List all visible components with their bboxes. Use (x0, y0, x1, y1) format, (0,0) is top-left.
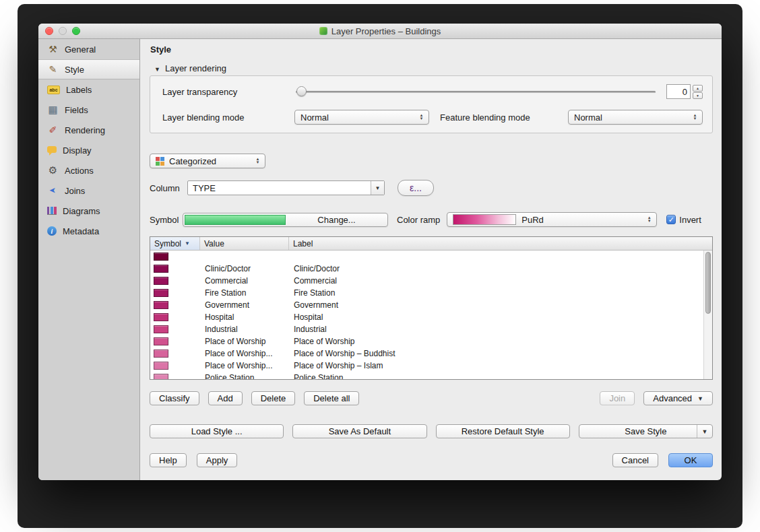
spin-down-icon[interactable]: ▼ (693, 92, 703, 99)
sidebar-item-general[interactable]: General (38, 39, 139, 59)
layer-properties-window: Layer Properties – Buildings General Sty… (38, 24, 722, 480)
table-row[interactable]: Industrial Industrial (150, 323, 703, 335)
sidebar-item-fields[interactable]: Fields (38, 100, 139, 120)
sort-indicator-icon: ▼ (185, 240, 190, 246)
renderer-row: Categorized ▲▼ (150, 154, 713, 168)
column-header-symbol[interactable]: Symbol ▼ (150, 237, 200, 250)
delete-all-button[interactable]: Delete all (304, 391, 359, 405)
invert-checkbox[interactable] (666, 215, 676, 224)
column-combobox[interactable]: TYPE ▼ (187, 180, 385, 195)
load-style-button[interactable]: Load Style ... (150, 424, 284, 438)
category-swatch[interactable] (154, 301, 168, 309)
dialog-footer: Help Apply Cancel OK (150, 453, 713, 467)
category-value: Place of Worship... (200, 361, 289, 370)
category-swatch[interactable] (154, 374, 168, 379)
table-row[interactable]: Place of Worship... Place of Worship – B… (150, 347, 703, 360)
zoom-button[interactable] (72, 27, 80, 35)
titlebar[interactable]: Layer Properties – Buildings (38, 24, 722, 39)
style-panel: Style Layer rendering Layer transparency… (140, 39, 722, 480)
category-value: Place of Worship (200, 337, 289, 346)
page-title: Style (150, 44, 713, 55)
speech-bubble-icon (47, 146, 57, 153)
abc-icon (47, 86, 60, 94)
color-ramp-popup[interactable]: PuRd ▲▼ (447, 212, 657, 227)
table-row[interactable]: Hospital Hospital (150, 311, 703, 323)
save-as-default-button[interactable]: Save As Default (292, 424, 426, 438)
ok-button[interactable]: OK (668, 453, 713, 467)
restore-default-style-button[interactable]: Restore Default Style (436, 424, 570, 438)
transparency-value[interactable]: 0 (666, 84, 691, 99)
layer-rendering-collapse[interactable]: Layer rendering (154, 63, 713, 73)
sidebar-item-style[interactable]: Style (38, 59, 139, 79)
disclosure-triangle-icon[interactable] (154, 63, 160, 73)
close-button[interactable] (45, 27, 53, 35)
category-swatch[interactable] (154, 325, 168, 333)
classify-button[interactable]: Classify (150, 391, 199, 405)
column-header-value[interactable]: Value (200, 237, 289, 250)
sidebar-item-labels[interactable]: Labels (38, 79, 139, 100)
spin-up-icon[interactable]: ▲ (693, 85, 703, 92)
category-value: Police Station (200, 373, 289, 379)
column-label: Column (150, 183, 187, 193)
sidebar-item-actions[interactable]: Actions (38, 160, 139, 180)
layer-blending-popup[interactable]: Normal ▲▼ (294, 110, 429, 125)
transparency-spinbox: 0 ▲ ▼ (666, 84, 703, 99)
sidebar-item-joins[interactable]: Joins (38, 180, 139, 201)
change-button-label: Change... (286, 215, 387, 225)
table-row[interactable]: Place of Worship... Place of Worship – I… (150, 360, 703, 372)
table-row[interactable]: Place of Worship Place of Worship (150, 335, 703, 347)
table-row[interactable]: Clinic/Doctor Clinic/Doctor (150, 263, 703, 275)
category-swatch[interactable] (154, 265, 168, 273)
combo-arrow-icon[interactable]: ▼ (371, 181, 384, 195)
column-value: TYPE (188, 183, 371, 193)
column-header-label[interactable]: Label (289, 237, 712, 250)
table-row[interactable]: Commercial Commercial (150, 275, 703, 287)
category-swatch[interactable] (154, 289, 168, 297)
renderer-type-popup[interactable]: Categorized ▲▼ (150, 154, 265, 168)
sidebar-item-metadata[interactable]: Metadata (38, 221, 139, 241)
table-row[interactable]: Fire Station Fire Station (150, 287, 703, 299)
category-label: Place of Worship – Islam (289, 361, 703, 370)
layer-rendering-groupbox: Layer transparency 0 ▲ ▼ Layer blend (150, 75, 713, 133)
feature-blending-value: Normal (574, 112, 602, 123)
add-button[interactable]: Add (208, 391, 243, 405)
category-value: Hospital (200, 312, 289, 322)
category-swatch[interactable] (154, 313, 168, 321)
symbol-change-button[interactable]: Change... (183, 213, 388, 227)
table-row[interactable] (150, 251, 703, 263)
category-swatch[interactable] (154, 253, 168, 261)
advanced-button[interactable]: Advanced ▼ (643, 391, 713, 405)
category-swatch[interactable] (154, 362, 168, 370)
popup-stepper-icon: ▲▼ (689, 114, 702, 121)
sidebar-item-display[interactable]: Display (38, 140, 139, 160)
delete-button[interactable]: Delete (251, 391, 296, 405)
invert-checkbox-wrap: Invert (666, 215, 701, 225)
layer-blending-value: Normal (300, 112, 329, 123)
category-swatch[interactable] (154, 277, 168, 285)
transparency-slider[interactable] (296, 84, 656, 99)
category-swatch[interactable] (154, 337, 168, 345)
vertical-scrollbar[interactable] (703, 251, 712, 379)
scrollbar-thumb[interactable] (705, 252, 711, 314)
expression-button[interactable]: ε... (398, 180, 434, 196)
apply-button[interactable]: Apply (197, 453, 238, 467)
category-swatch[interactable] (154, 350, 168, 358)
help-button[interactable]: Help (150, 453, 187, 467)
save-style-dropdown-icon[interactable]: ▼ (697, 425, 712, 438)
table-row[interactable]: Government Government (150, 299, 703, 311)
minimize-button[interactable] (59, 27, 67, 35)
table-header: Symbol ▼ Value Label (150, 237, 712, 251)
category-value: Clinic/Doctor (200, 264, 289, 273)
sidebar-item-rendering[interactable]: Rendering (38, 120, 139, 140)
slider-thumb[interactable] (296, 86, 307, 96)
feature-blending-popup[interactable]: Normal ▲▼ (568, 110, 703, 125)
category-label: Clinic/Doctor (289, 264, 703, 273)
cancel-button[interactable]: Cancel (612, 453, 658, 467)
symbol-preview-swatch (185, 215, 286, 225)
slider-track (296, 91, 656, 93)
table-row[interactable]: Police Station Police Station (150, 372, 703, 379)
save-style-button[interactable]: Save Style ▼ (579, 424, 713, 438)
sidebar-item-diagrams[interactable]: Diagrams (38, 201, 139, 221)
category-actions-row: Classify Add Delete Delete all Join Adva… (150, 391, 713, 405)
transparency-label: Layer transparency (162, 87, 294, 97)
